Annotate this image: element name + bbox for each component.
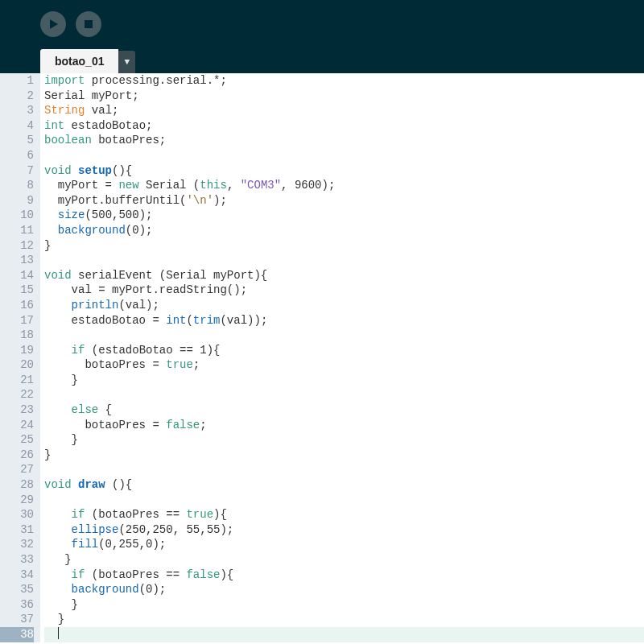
code-line[interactable] xyxy=(44,253,644,268)
line-number: 35 xyxy=(0,582,34,597)
code-line[interactable]: ellipse(250,250, 55,55); xyxy=(44,522,644,538)
line-number: 6 xyxy=(0,148,34,163)
line-number: 32 xyxy=(0,537,34,552)
code-line[interactable]: Serial myPort; xyxy=(44,89,644,104)
line-number: 1 xyxy=(0,73,34,89)
toolbar xyxy=(0,0,644,48)
code-line[interactable]: myPort.bufferUntil('\n'); xyxy=(44,193,644,208)
line-number: 4 xyxy=(0,118,34,134)
tab-dropdown[interactable]: ▼ xyxy=(118,51,135,73)
code-line[interactable]: if (estadoBotao == 1){ xyxy=(44,343,644,358)
code-area[interactable]: import processing.serial.*;Serial myPort… xyxy=(40,73,644,642)
line-number: 22 xyxy=(0,387,34,402)
line-number: 19 xyxy=(0,343,34,358)
code-line[interactable]: void draw (){ xyxy=(44,477,644,493)
line-number: 34 xyxy=(0,568,34,583)
line-number-gutter: 1234567891011121314151617181920212223242… xyxy=(0,73,40,642)
code-line[interactable]: } xyxy=(44,612,644,627)
code-line[interactable]: import processing.serial.*; xyxy=(44,73,644,89)
code-line[interactable]: void setup(){ xyxy=(44,163,644,179)
code-line[interactable] xyxy=(44,462,644,477)
line-number: 36 xyxy=(0,597,34,613)
code-line[interactable]: fill(0,255,0); xyxy=(44,537,644,552)
code-line[interactable] xyxy=(44,627,644,642)
line-number: 7 xyxy=(0,163,34,179)
code-line[interactable]: void serialEvent (Serial myPort){ xyxy=(44,268,644,283)
code-line[interactable]: val = myPort.readString(); xyxy=(44,283,644,298)
code-line[interactable]: } xyxy=(44,238,644,254)
chevron-down-icon: ▼ xyxy=(124,57,130,67)
code-line[interactable]: } xyxy=(44,432,644,448)
code-line[interactable]: myPort = new Serial (this, "COM3", 9600)… xyxy=(44,178,644,193)
code-line[interactable] xyxy=(44,387,644,402)
line-number: 3 xyxy=(0,103,34,118)
line-number: 38 xyxy=(0,627,34,642)
code-line[interactable]: size(500,500); xyxy=(44,208,644,223)
code-line[interactable]: } xyxy=(44,448,644,463)
line-number: 18 xyxy=(0,328,34,343)
code-line[interactable]: if (botaoPres == false){ xyxy=(44,568,644,583)
stop-icon xyxy=(85,20,93,28)
line-number: 24 xyxy=(0,418,34,433)
code-line[interactable]: String val; xyxy=(44,103,644,118)
line-number: 26 xyxy=(0,448,34,463)
text-cursor xyxy=(58,627,59,639)
line-number: 5 xyxy=(0,133,34,148)
line-number: 28 xyxy=(0,477,34,493)
line-number: 11 xyxy=(0,223,34,238)
code-line[interactable]: botaoPres = true; xyxy=(44,357,644,373)
code-line[interactable]: println(val); xyxy=(44,298,644,313)
code-line[interactable]: } xyxy=(44,373,644,388)
line-number: 17 xyxy=(0,313,34,328)
code-line[interactable]: if (botaoPres == true){ xyxy=(44,507,644,522)
line-number: 30 xyxy=(0,507,34,522)
line-number: 33 xyxy=(0,552,34,568)
code-line[interactable] xyxy=(44,493,644,508)
line-number: 16 xyxy=(0,298,34,313)
tab-bar: botao_01 ▼ xyxy=(0,48,644,73)
line-number: 37 xyxy=(0,612,34,627)
line-number: 20 xyxy=(0,357,34,373)
line-number: 15 xyxy=(0,283,34,298)
line-number: 9 xyxy=(0,193,34,208)
line-number: 10 xyxy=(0,208,34,223)
code-line[interactable]: int estadoBotao; xyxy=(44,118,644,134)
line-number: 14 xyxy=(0,268,34,283)
line-number: 27 xyxy=(0,462,34,477)
code-line[interactable] xyxy=(44,148,644,163)
line-number: 29 xyxy=(0,493,34,508)
line-number: 31 xyxy=(0,522,34,538)
run-button[interactable] xyxy=(40,11,66,37)
tab-sketch[interactable]: botao_01 xyxy=(40,49,118,73)
code-line[interactable]: boolean botaoPres; xyxy=(44,133,644,148)
line-number: 8 xyxy=(0,178,34,193)
code-line[interactable]: background(0); xyxy=(44,223,644,238)
code-line[interactable] xyxy=(44,328,644,343)
line-number: 2 xyxy=(0,89,34,104)
play-icon xyxy=(50,19,58,29)
line-number: 21 xyxy=(0,373,34,388)
code-line[interactable]: } xyxy=(44,552,644,568)
line-number: 13 xyxy=(0,253,34,268)
code-line[interactable]: botaoPres = false; xyxy=(44,418,644,433)
line-number: 12 xyxy=(0,238,34,254)
line-number: 23 xyxy=(0,402,34,418)
stop-button[interactable] xyxy=(76,11,101,37)
code-line[interactable]: else { xyxy=(44,402,644,418)
code-editor[interactable]: 1234567891011121314151617181920212223242… xyxy=(0,73,644,642)
line-number: 25 xyxy=(0,432,34,448)
code-line[interactable]: estadoBotao = int(trim(val)); xyxy=(44,313,644,328)
code-line[interactable]: } xyxy=(44,597,644,613)
code-line[interactable]: background(0); xyxy=(44,582,644,597)
